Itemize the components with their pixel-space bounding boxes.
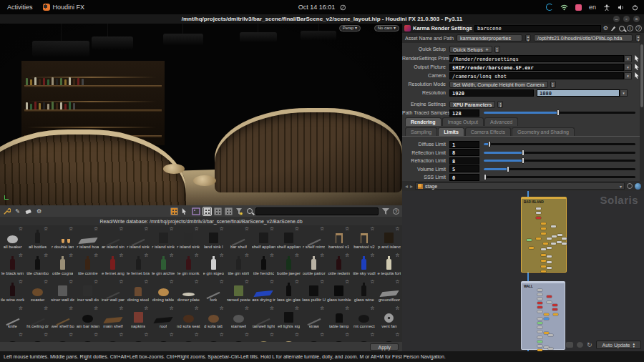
asset-tile[interactable]: ☆ — [151, 331, 176, 342]
favorite-star-icon[interactable]: ☆ — [69, 279, 73, 284]
view-menu-camera[interactable]: No cam ▾ — [374, 25, 399, 31]
asset-tile[interactable]: ☆iner wall par — [100, 278, 125, 305]
asset-tile[interactable]: ☆barstool v1 — [326, 225, 351, 252]
filter-favorites-icon[interactable] — [235, 207, 244, 215]
refresh-icon[interactable]: ↻ — [587, 341, 592, 348]
rendersettings-dropdown[interactable]: ▾ — [624, 55, 632, 62]
asset-tile[interactable]: ☆p and islanc — [376, 225, 401, 252]
pen-icon[interactable]: ✎ — [14, 207, 21, 215]
asset-tile[interactable]: ☆iner wall do — [75, 278, 100, 305]
image-tile-icon[interactable] — [192, 207, 200, 215]
asset-tile[interactable]: ☆ — [226, 331, 251, 342]
favorite-star-icon[interactable]: ☆ — [295, 332, 299, 337]
accessibility-icon[interactable] — [603, 4, 610, 11]
network-node[interactable] — [537, 289, 542, 291]
favorite-star-icon[interactable]: ☆ — [370, 226, 374, 231]
asset-tile[interactable]: ☆fork — [201, 278, 226, 305]
favorite-star-icon[interactable]: ☆ — [169, 305, 173, 310]
asset-search-input[interactable] — [255, 207, 379, 215]
favorite-star-icon[interactable]: ☆ — [345, 332, 349, 337]
asset-tile[interactable]: ☆barstool v2 — [351, 225, 376, 252]
network-node[interactable] — [553, 313, 558, 315]
favorite-star-icon[interactable]: ☆ — [270, 226, 274, 231]
asset-tile[interactable]: ☆ottle cogna — [50, 252, 75, 278]
view-menu-persp[interactable]: Persp ▾ — [339, 25, 361, 31]
resolution-mode-menu[interactable]: Set Width, Compute Height from Camera — [449, 81, 548, 88]
favorite-star-icon[interactable]: ☆ — [119, 226, 123, 231]
favorite-star-icon[interactable]: ☆ — [220, 253, 224, 258]
asset-tile[interactable]: ☆le black win — [0, 252, 25, 278]
network-node[interactable] — [537, 331, 542, 333]
favorite-star-icon[interactable]: ☆ — [144, 279, 148, 284]
tab-rendering[interactable]: Rendering — [405, 117, 441, 126]
gallery-mode-icon[interactable] — [170, 207, 178, 215]
asset-tile[interactable]: ☆ — [376, 331, 401, 342]
search-icon[interactable] — [619, 26, 625, 31]
favorite-star-icon[interactable]: ☆ — [245, 226, 249, 231]
asset-tile[interactable]: ☆glass tumble — [326, 278, 351, 305]
asset-tile[interactable]: ☆ — [0, 331, 25, 342]
subtab-camera-effects[interactable]: Camera Effects — [465, 127, 511, 136]
network-node[interactable] — [547, 261, 552, 263]
network-node[interactable] — [541, 270, 546, 273]
asset-tile[interactable]: ☆ — [351, 331, 376, 342]
nav-back-icon[interactable]: ◂ — [405, 183, 408, 190]
asset-tile[interactable]: ☆le fernet bra — [125, 252, 150, 278]
comment-icon[interactable] — [577, 342, 583, 348]
favorite-star-icon[interactable]: ☆ — [245, 332, 249, 337]
asset-tile[interactable]: ☆ — [276, 331, 301, 342]
quick-setups-spinner[interactable]: ▴▾ — [494, 46, 500, 53]
favorite-star-icon[interactable]: ☆ — [94, 279, 98, 284]
brush-icon[interactable] — [610, 25, 617, 31]
gear-icon[interactable]: ⚙ — [35, 207, 43, 215]
limit-slider[interactable] — [484, 143, 635, 145]
asset-tile[interactable]: ☆land sink l — [201, 225, 226, 252]
clock[interactable]: Oct 14 16:01 — [298, 4, 336, 11]
favorite-star-icon[interactable]: ☆ — [345, 253, 349, 258]
keyboard-layout[interactable]: en — [589, 4, 596, 11]
samples-slider[interactable] — [484, 112, 635, 114]
favorite-star-icon[interactable]: ☆ — [270, 253, 274, 258]
network-node[interactable] — [552, 304, 557, 306]
asset-tile[interactable]: ☆ — [201, 331, 226, 342]
asset-tile[interactable]: ☆ — [251, 331, 276, 342]
network-node[interactable] — [547, 267, 552, 269]
favorite-star-icon[interactable]: ☆ — [94, 332, 98, 337]
context-icon[interactable] — [635, 183, 641, 190]
network-node[interactable] — [552, 308, 557, 310]
asset-file-spinner[interactable]: ▴▾ — [635, 34, 641, 41]
limit-input[interactable]: 5 — [449, 165, 479, 172]
asset-tile[interactable]: ☆tairwell light — [251, 305, 276, 331]
favorite-star-icon[interactable]: ☆ — [94, 253, 98, 258]
gear-icon[interactable]: ⚙ — [603, 25, 608, 32]
info-icon[interactable]: i — [627, 25, 633, 31]
view-grid-small-button[interactable] — [203, 207, 211, 215]
asset-operator-dropdown[interactable]: karmarenderproperties — [457, 34, 522, 41]
favorite-star-icon[interactable]: ☆ — [345, 279, 349, 284]
camera-input[interactable]: /cameras/long_shot — [449, 72, 624, 79]
network-box-wall[interactable]: WALL — [521, 281, 565, 350]
asset-tile[interactable]: ☆ttle gin stirli — [226, 252, 251, 278]
nav-forward-icon[interactable]: ▸ — [410, 183, 413, 190]
asset-tile[interactable]: ☆ — [75, 331, 100, 342]
network-node[interactable] — [529, 247, 534, 249]
asset-tile[interactable]: ☆r island boa — [75, 225, 100, 252]
network-node[interactable] — [557, 241, 562, 243]
favorite-star-icon[interactable]: ☆ — [44, 253, 48, 258]
asset-tile[interactable]: ☆ell lights sig — [276, 305, 301, 331]
asset-tile[interactable]: ☆bottle jaeger — [276, 252, 301, 278]
network-node[interactable] — [544, 318, 549, 320]
snapshot-icon[interactable] — [566, 342, 573, 348]
panel-scrollbar[interactable] — [640, 43, 644, 181]
asset-tile[interactable]: ☆oottle patror — [301, 252, 326, 278]
favorite-star-icon[interactable]: ☆ — [19, 332, 23, 337]
network-node[interactable] — [537, 326, 542, 328]
network-node[interactable] — [537, 298, 542, 300]
scene-viewport[interactable]: Persp ▾ No cam ▾ — [0, 24, 402, 205]
limit-input[interactable]: 0 — [449, 174, 479, 181]
resolution-dropdown[interactable]: ▾ — [620, 89, 628, 97]
network-node[interactable] — [548, 348, 553, 350]
asset-tile[interactable]: ☆stairwell — [226, 305, 251, 331]
asset-tile[interactable]: ☆tle wine cork — [0, 278, 25, 305]
asset-tile[interactable]: ☆d sofa tab — [201, 305, 226, 331]
